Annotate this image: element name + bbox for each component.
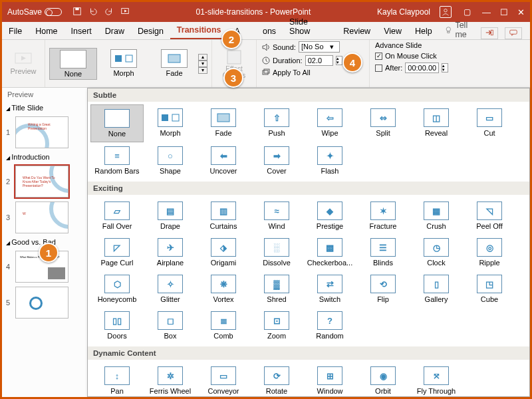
tab-draw[interactable]: Draw (98, 23, 131, 39)
transition-item[interactable]: ➡Cover (250, 142, 303, 179)
transition-item[interactable]: ⬗Origami (197, 234, 250, 271)
transition-item[interactable]: ≣Comb (197, 307, 250, 344)
tab-insert[interactable]: Insert (65, 23, 98, 39)
transition-item[interactable]: None (90, 104, 144, 142)
transition-item[interactable]: ⇔Split (356, 104, 410, 142)
transition-item[interactable]: ⬅Uncover (197, 142, 250, 179)
slide-thumb-3[interactable]: 3W (2, 200, 88, 235)
transition-item[interactable]: ✶Fracture (356, 198, 410, 234)
autosave-switch[interactable] (45, 8, 62, 16)
transition-item[interactable]: ◸Page Curl (90, 234, 144, 271)
transition-item[interactable]: ⊞Window (303, 362, 356, 397)
transition-item[interactable]: ◆Prestige (303, 198, 356, 234)
slide-thumb-5[interactable]: 5 (2, 285, 88, 321)
transition-item[interactable]: ✈Airplane (144, 234, 197, 271)
on-click-checkbox[interactable]: ✓On Mouse Click (375, 52, 448, 60)
start-icon[interactable] (120, 7, 130, 18)
autosave-toggle[interactable]: AutoSave (7, 7, 62, 17)
preview-button[interactable]: Preview (6, 53, 41, 75)
transition-item[interactable]: ◎Ripple (463, 234, 516, 271)
duration-input[interactable]: 02.0 (305, 55, 333, 66)
transition-item[interactable]: ⇄Switch (303, 271, 356, 307)
transition-item[interactable]: ▭Cut (463, 104, 516, 142)
transition-item[interactable]: ◫Reveal (410, 104, 463, 142)
transition-item[interactable]: ▭Conveyor (197, 362, 250, 397)
transition-item[interactable]: ❋Vortex (197, 271, 250, 307)
transition-item[interactable]: ▓Shred (250, 271, 303, 307)
section-title-slide[interactable]: Title Slide (2, 101, 88, 114)
transition-item[interactable]: ⟳Rotate (250, 362, 303, 397)
redo-icon[interactable] (104, 7, 114, 18)
tab-home[interactable]: Home (29, 23, 64, 39)
transition-item[interactable]: ✦Flash (303, 142, 356, 179)
minimize-button[interactable]: — (482, 7, 491, 17)
transition-item[interactable]: ◳Cube (463, 271, 516, 307)
tab-file[interactable]: File (2, 23, 29, 39)
transition-icon: ✲ (158, 366, 183, 385)
transition-item[interactable]: Morph (144, 104, 197, 142)
after-checkbox[interactable]: After: 00:00.00▴▾ (375, 63, 448, 73)
transition-item[interactable]: Fade (197, 104, 250, 142)
transition-item[interactable]: ▦Crush (410, 198, 463, 234)
undo-icon[interactable] (88, 7, 98, 18)
svg-point-4 (446, 27, 450, 31)
transition-item[interactable]: ⟲Flip (356, 271, 410, 307)
slide-thumb-2[interactable]: 2What Do You Want ToKnow After Today'sPr… (2, 164, 88, 200)
section-introduction[interactable]: Introduction (2, 150, 88, 164)
transition-item[interactable]: ✧Glitter (144, 271, 197, 307)
transition-item[interactable]: ↕Pan (90, 362, 144, 397)
transition-label: Curtains (210, 222, 237, 230)
after-input[interactable]: 00:00.00 (405, 63, 439, 73)
gallery-item-fade[interactable]: Fade (150, 48, 198, 80)
gallery-more-button[interactable]: ▴▾▾ (198, 53, 207, 75)
apply-all-icon (262, 68, 270, 76)
share-button[interactable] (481, 27, 498, 39)
transition-icon: ⬡ (104, 275, 130, 293)
category-exciting: Exciting (88, 182, 529, 195)
after-spinner[interactable]: ▴▾ (442, 63, 448, 72)
transition-item[interactable]: ◉Orbit (356, 362, 410, 397)
transition-item[interactable]: ⊡Zoom (250, 307, 303, 344)
user-name[interactable]: Kayla Claypool (377, 7, 430, 17)
transition-icon: ⬅ (211, 146, 236, 165)
transition-item[interactable]: ?Random (303, 307, 356, 344)
tab-slideshow[interactable]: Slide Show (283, 14, 336, 39)
transition-item[interactable]: ⬡Honeycomb (90, 271, 144, 307)
duration-spinner[interactable]: ▴▾ (336, 56, 342, 65)
transition-item[interactable]: ▯Gallery (410, 271, 463, 307)
user-avatar-icon[interactable] (440, 6, 452, 18)
save-icon[interactable] (72, 7, 82, 18)
transition-item[interactable]: ◻Box (144, 307, 197, 344)
transition-item[interactable]: ≡Random Bars (90, 142, 144, 179)
transition-item[interactable]: ⇧Push (250, 104, 303, 142)
gallery-item-morph[interactable]: Morph (100, 48, 148, 80)
transition-item[interactable]: ≈Wind (250, 198, 303, 234)
maximize-button[interactable]: ☐ (500, 7, 508, 17)
tab-review[interactable]: Review (336, 23, 377, 39)
transition-item[interactable]: ▯▯Doors (90, 307, 144, 344)
tab-design[interactable]: Design (131, 23, 170, 39)
tab-transitions[interactable]: Transitions (170, 22, 228, 39)
transition-item[interactable]: ⤧Fly Through (410, 362, 463, 397)
transition-item[interactable]: ░Dissolve (250, 234, 303, 271)
transition-item[interactable]: ▱Fall Over (90, 198, 144, 234)
close-button[interactable]: ✕ (517, 7, 525, 17)
transition-item[interactable]: ▩Checkerboa... (303, 234, 356, 271)
transition-item[interactable]: ✲Ferris Wheel (144, 362, 197, 397)
transition-item[interactable]: ☰Blinds (356, 234, 410, 271)
tab-help[interactable]: Help (408, 23, 439, 39)
transition-item[interactable]: ⇦Wipe (303, 104, 356, 142)
ribbon-display-icon[interactable]: ▢ (461, 6, 473, 18)
transition-item[interactable]: ▥Curtains (197, 198, 250, 234)
transition-item[interactable]: ▤Drape (144, 198, 197, 234)
transition-item[interactable]: ◷Clock (410, 234, 463, 271)
transition-label: Fracture (370, 222, 397, 230)
gallery-item-none[interactable]: None (49, 48, 97, 80)
comments-button[interactable] (505, 27, 522, 39)
tell-me[interactable]: Tell me (444, 21, 481, 39)
transition-item[interactable]: ○Shape (144, 142, 197, 179)
tab-view[interactable]: View (377, 23, 408, 39)
transition-item[interactable]: ◹Peel Off (463, 198, 516, 234)
slide-thumb-1[interactable]: 1Writing a Great Presentation (2, 114, 88, 150)
sound-select[interactable]: [No So ▾ (299, 41, 340, 53)
